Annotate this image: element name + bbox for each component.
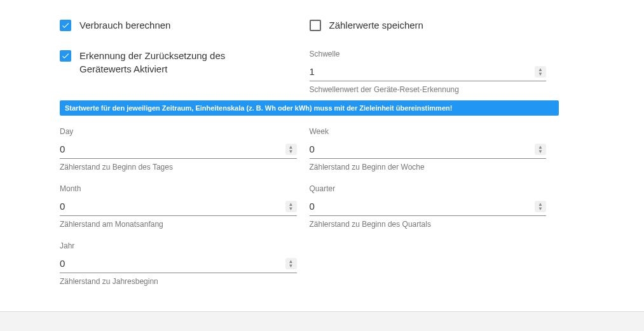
day-input[interactable]: 0 ▲▼ [60, 140, 297, 159]
year-input[interactable]: 0 ▲▼ [60, 254, 297, 273]
threshold-value: 1 [310, 66, 535, 77]
calc-consumption-label: Verbrauch berechnen [79, 19, 170, 32]
spinner-icon[interactable]: ▲▼ [535, 201, 546, 212]
day-help: Zählerstand zu Beginn des Tages [60, 163, 297, 172]
day-value: 0 [60, 144, 285, 154]
reset-detect-label: Erkennung der Zurücksetzung des Gerätewe… [79, 50, 251, 76]
quarter-label: Quarter [310, 184, 547, 193]
week-value: 0 [310, 144, 535, 154]
month-input[interactable]: 0 ▲▼ [60, 197, 297, 216]
week-help: Zählerstand zu Beginn der Woche [310, 163, 547, 172]
month-value: 0 [60, 201, 285, 212]
save-counter-checkbox[interactable] [310, 20, 321, 31]
threshold-help: Schwellenwert der Geräte-Reset-Erkennung [310, 85, 547, 94]
week-input[interactable]: 0 ▲▼ [310, 140, 547, 159]
spinner-icon[interactable]: ▲▼ [535, 66, 546, 78]
month-help: Zählerstand am Monatsanfang [60, 220, 297, 229]
save-counter-label: Zählerwerte speichern [329, 19, 423, 32]
year-value: 0 [60, 258, 285, 269]
quarter-input[interactable]: 0 ▲▼ [310, 197, 547, 216]
reset-detect-checkbox[interactable] [60, 50, 71, 62]
day-label: Day [60, 127, 297, 136]
week-label: Week [310, 127, 547, 136]
calc-consumption-checkbox[interactable] [60, 20, 71, 31]
month-label: Month [60, 184, 297, 193]
year-help: Zählerstand zu Jahresbeginn [60, 277, 297, 286]
check-icon [61, 21, 70, 30]
threshold-label: Schwelle [310, 50, 547, 58]
info-banner: Startwerte für den jeweiligen Zeitraum, … [60, 100, 559, 116]
threshold-input[interactable]: 1 ▲▼ [310, 62, 547, 81]
spinner-icon[interactable]: ▲▼ [535, 144, 546, 155]
spinner-icon[interactable]: ▲▼ [285, 201, 297, 212]
check-icon [61, 51, 70, 60]
quarter-help: Zählerstand zu Beginn des Quartals [310, 220, 547, 229]
year-label: Jahr [60, 241, 297, 250]
spinner-icon[interactable]: ▲▼ [285, 258, 297, 269]
quarter-value: 0 [310, 201, 535, 212]
spinner-icon[interactable]: ▲▼ [285, 144, 297, 155]
